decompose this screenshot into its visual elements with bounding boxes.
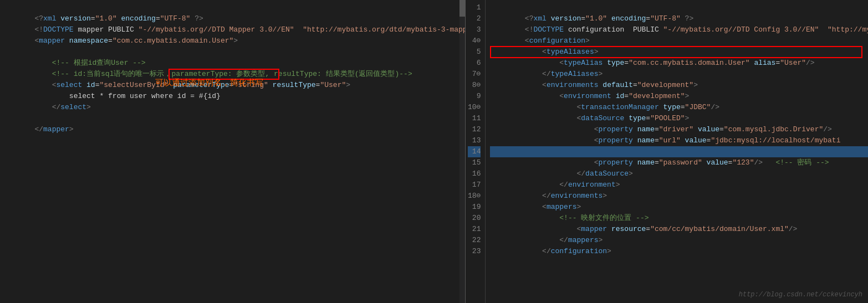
right-line-3: <configuration> (490, 24, 868, 35)
line-num-10: 10⊖ (468, 102, 481, 113)
right-line-12: <property name="url" value="jdbc:mysql:/… (490, 124, 868, 135)
line-num-22: 22 (468, 235, 481, 246)
right-line-2: <!DOCTYPE configuration PUBLIC "-//mybat… (490, 13, 868, 24)
line-num-7: 7⊖ (468, 69, 481, 80)
line-num-8: 8⊖ (468, 80, 481, 91)
right-line-1: <?xml version="1.0" encoding="UTF-8" ?> (490, 2, 868, 13)
line-num-18: 18⊖ (468, 191, 481, 202)
line-num-9: 9 (468, 91, 481, 102)
right-line-19: <!-- 映射文件的位置 --> (490, 202, 868, 213)
right-line-13: <property name="username" value="root"/>… (490, 135, 868, 146)
left-editor-pane: <?xml version="1.0" encoding="UTF-8" ?> … (0, 0, 466, 303)
right-line-4: <typeAliases> (490, 35, 868, 47)
line-num-6: 6 (468, 58, 481, 69)
line-num-19: 19 (468, 202, 481, 213)
chinese-annotation: 可以通过添加别名，简化书写 (155, 78, 263, 88)
line-num-15: 15 (468, 157, 481, 168)
line-num-17: 17 (468, 179, 481, 191)
line-num-13: 13 (468, 135, 481, 146)
right-line-5: <typeAlias type="com.cc.mybatis.domain.U… (490, 47, 868, 58)
right-editor-pane: 1 2 3 4⊖ 5 6 7⊖ 8⊖ 9 10⊖ 11 12 13 14 15 … (466, 0, 868, 303)
left-line-comment2: <!-- id:当前sql语句的唯一标示，parameterType: 参数类型… (0, 58, 465, 69)
right-line-21: </mappers> (490, 224, 868, 235)
left-line-comment1: <!-- 根据id查询User --> (0, 47, 465, 58)
right-line-18: <mappers> (490, 191, 868, 202)
left-line-select-close: </select> (0, 91, 465, 102)
right-line-14: <property name="password" value="123"/> … (490, 146, 868, 157)
left-line-3: <mapper namespace="com.cc.mybatis.domain… (0, 24, 465, 35)
right-line-8: <environment id="development"> (490, 80, 868, 91)
right-line-17: </environments> (490, 179, 868, 191)
line-num-4: 4⊖ (468, 35, 481, 47)
right-line-22: </configuration> (490, 235, 868, 246)
left-line-2: <!DOCTYPE mapper PUBLIC "-//mybatis.org/… (0, 13, 465, 24)
line-num-2: 2 (468, 13, 481, 24)
left-line-mapper-close: </mapper> (0, 113, 465, 124)
line-num-20: 20 (468, 213, 481, 224)
line-num-5: 5 (468, 47, 481, 58)
line-num-11: 11 (468, 113, 481, 124)
right-line-20: <mapper resource="com/cc/mybatis/domain/… (490, 213, 868, 224)
line-num-1: 1 (468, 2, 481, 13)
right-line-7: <environments default="development"> (490, 69, 868, 80)
line-num-3: 3 (468, 24, 481, 35)
right-line-11: <property name="driver" value="com.mysql… (490, 113, 868, 124)
right-line-10: <dataSource type="POOLED"> (490, 102, 868, 113)
line-num-14: 14 (468, 146, 481, 157)
line-num-23: 23 (468, 246, 481, 257)
watermark: http://blog.csdn.net/cckevincyh (739, 291, 862, 299)
right-line-6: </typeAliases> (490, 58, 868, 69)
line-num-12: 12 (468, 124, 481, 135)
right-line-23 (490, 246, 868, 257)
left-line-1: <?xml version="1.0" encoding="UTF-8" ?> (0, 2, 465, 13)
line-num-16: 16 (468, 168, 481, 179)
right-line-16: </environment> (490, 168, 868, 179)
left-line-blank2 (0, 102, 465, 113)
right-line-15: </dataSource> (490, 157, 868, 168)
line-num-21: 21 (468, 224, 481, 235)
right-line-9: <transactionManager type="JDBC"/> (490, 91, 868, 102)
left-line-blank1 (0, 35, 465, 47)
